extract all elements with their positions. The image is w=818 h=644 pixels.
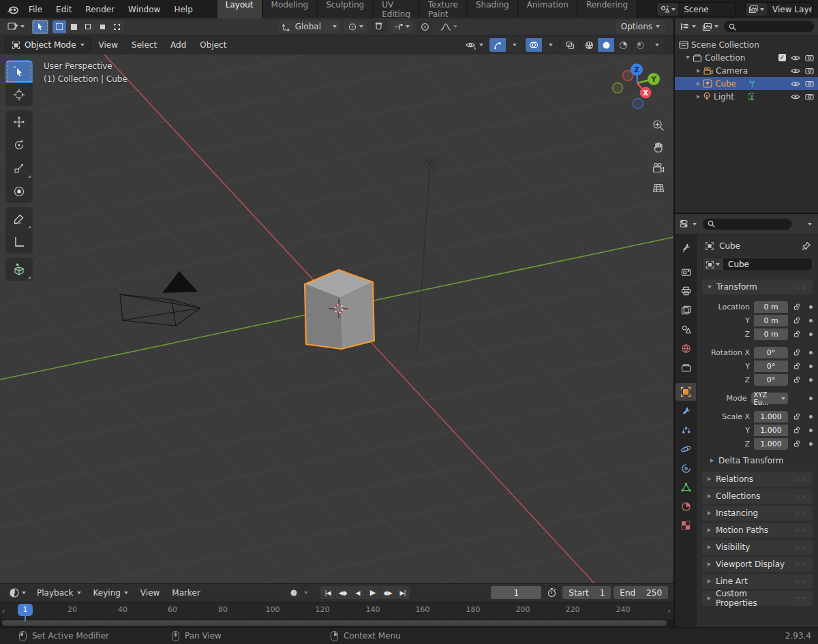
properties-options-dropdown[interactable]: [808, 223, 812, 226]
outliner-row-scene-collection[interactable]: Scene Collection: [675, 38, 818, 51]
properties-search-input[interactable]: [702, 218, 792, 230]
tab-constraints[interactable]: [676, 459, 696, 477]
tab-output[interactable]: [676, 282, 696, 300]
mode-dropdown[interactable]: Object Mode: [5, 37, 91, 52]
pivot-point-dropdown[interactable]: [344, 20, 367, 33]
zoom-button[interactable]: [652, 119, 665, 132]
menu-render[interactable]: Render: [78, 3, 121, 16]
tool-cursor[interactable]: [5, 83, 33, 106]
hide-eye-icon[interactable]: [791, 80, 800, 87]
rotation-mode-dropdown[interactable]: XYZ Eu...: [751, 393, 789, 404]
gizmo-axis-y[interactable]: Y: [648, 73, 660, 85]
gizmo-axis-z[interactable]: Z: [631, 63, 643, 76]
menu-view[interactable]: View: [93, 37, 123, 52]
location-y-field[interactable]: 0 m: [754, 315, 788, 326]
proportional-falloff-dropdown[interactable]: [437, 20, 461, 33]
panel-collections[interactable]: Collections⁙⁙: [702, 489, 813, 504]
blender-logo-icon[interactable]: [5, 4, 19, 15]
jump-to-end-button[interactable]: ▶|: [395, 586, 410, 599]
camera-object[interactable]: [120, 271, 200, 326]
tab-world[interactable]: [676, 339, 696, 357]
tab-render[interactable]: [676, 263, 696, 281]
hide-eye-icon[interactable]: [791, 67, 800, 74]
menu-marker[interactable]: Marker: [167, 586, 204, 600]
prev-keyframe-button[interactable]: ◀◆: [335, 586, 350, 599]
animate-dot[interactable]: [809, 351, 813, 354]
menu-timeline-view[interactable]: View: [136, 586, 164, 600]
scale-x-field[interactable]: 1.000: [754, 411, 788, 423]
outliner-search-input[interactable]: [723, 20, 815, 33]
animate-dot[interactable]: [809, 397, 813, 400]
keying-dropdown[interactable]: [304, 592, 308, 594]
animate-dot[interactable]: [809, 378, 813, 382]
disable-render-icon[interactable]: [805, 67, 814, 74]
collection-checkbox[interactable]: ✓: [778, 54, 786, 61]
next-keyframe-button[interactable]: ◆▶: [380, 586, 395, 599]
panel-relations[interactable]: Relations⁙⁙: [702, 472, 813, 487]
delta-transform-panel[interactable]: Delta Transform: [702, 451, 813, 472]
timeline-expand-right-icon[interactable]: ‹: [668, 607, 671, 615]
menu-playback[interactable]: Playback: [32, 586, 86, 600]
tab-physics[interactable]: [676, 440, 696, 458]
show-gizmo-toggle[interactable]: [489, 38, 506, 52]
tool-measure[interactable]: [5, 230, 33, 254]
pan-hand-button[interactable]: [652, 140, 665, 154]
viewport-3d[interactable]: User Perspective (1) Collection | Cube: [0, 55, 673, 583]
tool-add-cube[interactable]: [5, 258, 33, 281]
shading-solid-button[interactable]: [598, 38, 614, 52]
panel-visibility[interactable]: Visibility⁙⁙: [702, 540, 813, 555]
active-tool-select-box-button[interactable]: [32, 20, 48, 34]
toggle-ortho-button[interactable]: [652, 183, 665, 194]
menu-add[interactable]: Add: [165, 37, 192, 52]
object-name-field[interactable]: Cube: [723, 258, 813, 271]
snap-to-dropdown[interactable]: [391, 20, 413, 33]
lock-icon[interactable]: [793, 440, 801, 448]
tool-transform[interactable]: [5, 180, 33, 203]
select-extend-button[interactable]: [67, 20, 80, 33]
tab-particles[interactable]: [676, 421, 696, 439]
lock-icon[interactable]: [793, 376, 801, 384]
hide-eye-icon[interactable]: [791, 55, 800, 61]
viewport-canvas[interactable]: [0, 55, 673, 583]
tab-object-data[interactable]: [676, 478, 696, 496]
collection-expand-icon[interactable]: [686, 56, 690, 59]
object-visibility-dropdown[interactable]: [462, 39, 487, 52]
tab-scene[interactable]: [676, 320, 696, 338]
animate-dot[interactable]: [809, 429, 813, 432]
lock-icon[interactable]: [793, 363, 801, 370]
camera-expand-icon[interactable]: [697, 69, 700, 73]
tool-select-box[interactable]: [5, 60, 33, 83]
shading-dropdown[interactable]: [649, 38, 665, 52]
location-x-field[interactable]: 0 m: [754, 301, 788, 313]
transform-orientation-dropdown[interactable]: Global: [278, 20, 340, 33]
play-reverse-button[interactable]: ◀: [350, 586, 365, 599]
play-button[interactable]: ▶: [365, 586, 380, 599]
animate-dot[interactable]: [809, 415, 813, 418]
panel-viewport-display[interactable]: Viewport Display⁙⁙: [702, 557, 813, 572]
scene-name[interactable]: Scene: [678, 5, 736, 14]
show-overlays-toggle[interactable]: [526, 38, 542, 52]
gizmo-axis-neg-z[interactable]: [633, 99, 643, 109]
animate-dot[interactable]: [809, 365, 813, 368]
menu-help[interactable]: Help: [167, 3, 199, 16]
current-frame-field[interactable]: 1: [491, 586, 541, 599]
outliner-row-light[interactable]: Light: [675, 90, 818, 103]
frame-start-field[interactable]: Start1: [562, 586, 611, 599]
tab-tool[interactable]: [676, 239, 696, 256]
outliner-row-collection[interactable]: Collection ✓: [675, 51, 818, 64]
disable-render-icon[interactable]: [805, 80, 814, 87]
outliner-row-cube[interactable]: Cube: [675, 77, 818, 90]
navigation-gizmo[interactable]: Z Y X: [608, 59, 671, 117]
frame-end-field[interactable]: End250: [614, 586, 668, 599]
timeline-editor-type-dropdown[interactable]: [5, 586, 29, 599]
animate-dot[interactable]: [809, 333, 813, 336]
rotation-z-field[interactable]: 0°: [754, 374, 788, 386]
menu-edit[interactable]: Edit: [49, 3, 78, 16]
scale-y-field[interactable]: 1.000: [754, 425, 788, 436]
object-id-dropdown[interactable]: [702, 258, 723, 271]
jump-to-start-button[interactable]: |◀: [320, 586, 335, 599]
lock-icon[interactable]: [793, 303, 801, 311]
menu-window[interactable]: Window: [121, 3, 167, 16]
options-button[interactable]: Options: [616, 20, 665, 33]
animate-dot[interactable]: [809, 442, 813, 446]
